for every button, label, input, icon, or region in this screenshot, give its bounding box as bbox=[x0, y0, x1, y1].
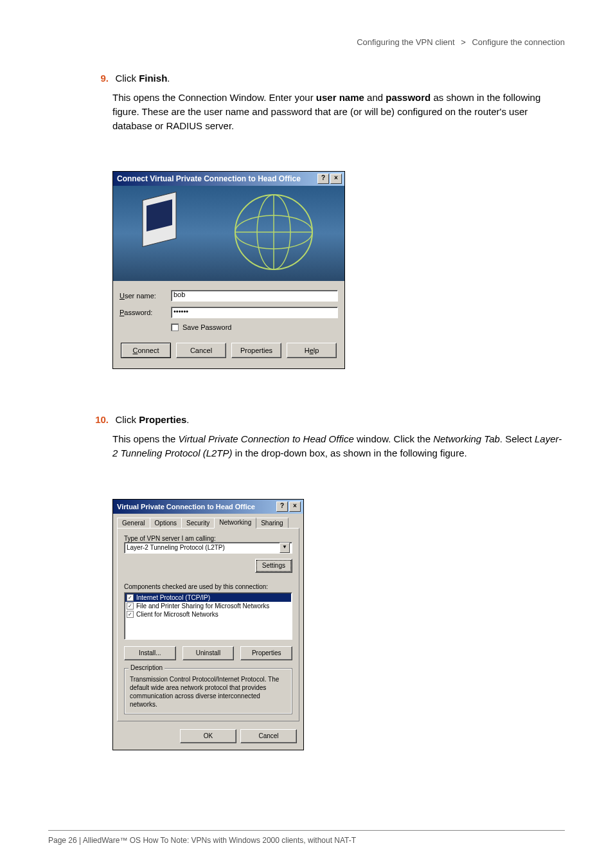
list-item[interactable]: ✓ Internet Protocol (TCP/IP) bbox=[125, 593, 291, 602]
connect-dialog-banner bbox=[113, 186, 344, 281]
install-button[interactable]: Install... bbox=[124, 646, 176, 660]
properties-dialog: Virtual Private Connection to Head Offic… bbox=[112, 499, 304, 750]
step-9: 9. Click Finish. This opens the Connecti… bbox=[112, 73, 565, 132]
username-input[interactable]: bob bbox=[171, 290, 338, 302]
save-password-label: Save Password bbox=[182, 323, 231, 331]
vpn-type-value: Layer-2 Tunneling Protocol (L2TP) bbox=[127, 544, 225, 551]
step-9-heading: 9. Click Finish. bbox=[112, 73, 565, 84]
password-row: Password: •••••• bbox=[120, 307, 338, 318]
settings-button[interactable]: Settings bbox=[255, 559, 292, 573]
chevron-down-icon: ▼ bbox=[280, 543, 290, 553]
header-sep: > bbox=[461, 37, 466, 47]
description-text: Transmission Control Protocol/Internet P… bbox=[130, 675, 287, 709]
properties-footer: OK Cancel bbox=[113, 725, 303, 750]
properties-title: Virtual Private Connection to Head Offic… bbox=[117, 503, 255, 511]
ok-button[interactable]: OK bbox=[180, 729, 236, 743]
components-label: Components checked are used by this conn… bbox=[124, 583, 292, 590]
checkbox-icon[interactable]: ✓ bbox=[127, 594, 134, 601]
components-listbox[interactable]: ✓ Internet Protocol (TCP/IP) ✓ File and … bbox=[124, 592, 292, 640]
step-9-number: 9. bbox=[94, 73, 112, 84]
description-group: Description Transmission Control Protoco… bbox=[124, 668, 292, 714]
password-label: Password: bbox=[120, 309, 171, 316]
step-10-heading: 10. Click Properties. bbox=[112, 414, 565, 426]
step-10: 10. Click Properties. This opens the Vir… bbox=[112, 414, 565, 460]
tab-general[interactable]: General bbox=[117, 518, 150, 528]
header-section: Configuring the VPN client bbox=[357, 37, 454, 47]
checkbox-icon[interactable]: ✓ bbox=[127, 602, 134, 610]
networking-panel: Type of VPN server I am calling: Layer-2… bbox=[117, 528, 299, 721]
step-10-action: Click Properties. bbox=[115, 414, 189, 425]
header-subsection: Configure the connection bbox=[472, 37, 565, 47]
banner-svg bbox=[113, 186, 344, 281]
connect-dialog-title: Connect Virtual Private Connection to He… bbox=[117, 174, 301, 183]
save-password-checkbox[interactable] bbox=[171, 323, 179, 331]
list-item-label: Internet Protocol (TCP/IP) bbox=[136, 594, 210, 601]
step-9-body: This opens the Connection Window. Enter … bbox=[112, 91, 565, 132]
connect-dialog: Connect Virtual Private Connection to He… bbox=[112, 171, 345, 369]
tab-options[interactable]: Options bbox=[150, 518, 182, 528]
step-9-action: Click Finish. bbox=[115, 73, 170, 84]
close-icon[interactable]: × bbox=[330, 174, 342, 184]
checkbox-icon[interactable]: ✓ bbox=[127, 611, 134, 618]
list-item-label: Client for Microsoft Networks bbox=[136, 611, 218, 618]
footer-rule bbox=[48, 830, 565, 831]
properties-titlebar: Virtual Private Connection to Head Offic… bbox=[113, 500, 303, 514]
step-10-number: 10. bbox=[94, 414, 112, 425]
username-label: User name: bbox=[120, 292, 171, 300]
page-header: Configuring the VPN client > Configure t… bbox=[48, 37, 565, 47]
tab-networking[interactable]: Networking bbox=[214, 518, 256, 529]
tabstrip: General Options Security Networking Shar… bbox=[113, 514, 303, 528]
step-10-body: This opens the Virtual Private Connectio… bbox=[112, 432, 565, 460]
list-item[interactable]: ✓ File and Printer Sharing for Microsoft… bbox=[125, 602, 291, 610]
close-icon[interactable]: × bbox=[289, 502, 301, 512]
settings-row: Settings bbox=[124, 559, 292, 573]
description-title: Description bbox=[129, 664, 164, 671]
connect-buttons: Connect Cancel Properties Help bbox=[120, 343, 338, 362]
props-titlebar-buttons: ? × bbox=[276, 502, 301, 512]
save-password-row: Save Password bbox=[171, 323, 338, 331]
uninstall-button[interactable]: Uninstall bbox=[182, 646, 235, 660]
vpn-type-dropdown[interactable]: Layer-2 Tunneling Protocol (L2TP) ▼ bbox=[124, 542, 292, 554]
password-input[interactable]: •••••• bbox=[171, 307, 338, 318]
connect-button[interactable]: Connect bbox=[121, 343, 171, 358]
connect-form: User name: bob Password: •••••• Save Pas… bbox=[113, 281, 344, 368]
titlebar-buttons: ? × bbox=[317, 174, 342, 184]
tab-sharing[interactable]: Sharing bbox=[256, 518, 288, 528]
page: Configuring the VPN client > Configure t… bbox=[0, 0, 613, 868]
list-item-label: File and Printer Sharing for Microsoft N… bbox=[136, 602, 269, 610]
connect-dialog-titlebar: Connect Virtual Private Connection to He… bbox=[113, 172, 344, 186]
help-icon[interactable]: ? bbox=[317, 174, 329, 184]
components-buttons: Install... Uninstall Properties bbox=[124, 646, 292, 660]
tab-security[interactable]: Security bbox=[181, 518, 215, 528]
help-icon[interactable]: ? bbox=[276, 502, 288, 512]
properties-button[interactable]: Properties bbox=[231, 343, 281, 358]
list-item[interactable]: ✓ Client for Microsoft Networks bbox=[125, 610, 291, 619]
vpn-type-label: Type of VPN server I am calling: bbox=[124, 535, 292, 542]
cancel-button[interactable]: Cancel bbox=[176, 343, 226, 358]
component-properties-button[interactable]: Properties bbox=[240, 646, 292, 660]
help-button[interactable]: Help bbox=[287, 343, 337, 358]
page-footer: Page 26 | AlliedWare™ OS How To Note: VP… bbox=[48, 836, 356, 845]
cancel-button[interactable]: Cancel bbox=[240, 729, 297, 743]
username-row: User name: bob bbox=[120, 290, 338, 302]
